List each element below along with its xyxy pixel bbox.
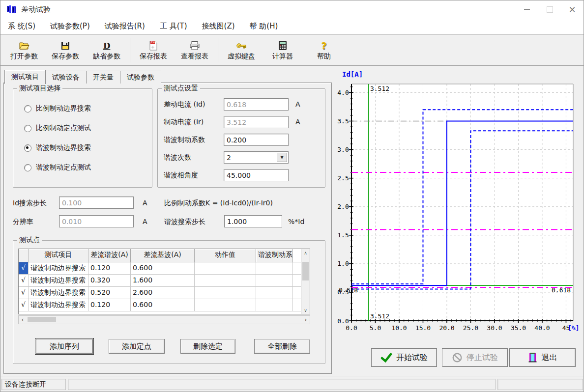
- default-params-icon: D: [103, 40, 111, 52]
- delete-all-label: 全部删除: [267, 342, 297, 351]
- chevron-down-icon[interactable]: ▼: [277, 153, 287, 162]
- restraint-current-field[interactable]: 3.512: [224, 116, 289, 128]
- cell-action-value: [195, 262, 256, 274]
- id-step-field[interactable]: 0.100: [59, 196, 134, 209]
- diff-current-label: 差动电流 (Id): [164, 100, 205, 109]
- scroll-up-icon[interactable]: ∧: [301, 249, 310, 256]
- tab-test-items[interactable]: 测试项目: [4, 70, 46, 84]
- tab-test-equipment[interactable]: 试验设备: [46, 71, 87, 84]
- cell-harmonic-current: 0.520: [88, 287, 131, 299]
- calculator-button[interactable]: 计算器: [262, 40, 303, 61]
- cell-fundamental-current: 2.600: [131, 287, 195, 299]
- resolution-unit: A: [143, 218, 147, 225]
- cell-harmonic-current: 0.320: [88, 275, 131, 286]
- table-row[interactable]: √ 谐波制动边界搜索 0.520 2.600: [19, 287, 310, 299]
- svg-text:1.0: 1.0: [337, 260, 349, 267]
- harmonic-step-field[interactable]: 1.000: [224, 215, 282, 227]
- menu-system[interactable]: 系 统(S): [0, 22, 43, 31]
- scroll-down-icon[interactable]: ∨: [301, 307, 310, 314]
- radio-label: 比例制动边界搜索: [36, 104, 91, 113]
- row-check[interactable]: √: [19, 275, 29, 286]
- cell-fundamental-current: 0.600: [131, 299, 195, 311]
- test-points-group: 测试点 测试项目 差流谐波(A) 差流基波(A) 动作值 谐波制动系 √ 谐波制…: [13, 240, 325, 364]
- header-check: [19, 249, 29, 262]
- row-check[interactable]: √: [19, 287, 29, 299]
- view-report-button[interactable]: 查看报表: [174, 40, 215, 61]
- delete-selected-button[interactable]: 删除选定: [180, 339, 235, 354]
- window-title: 差动试验: [21, 5, 51, 14]
- harmonic-coef-field[interactable]: 0.200: [224, 134, 289, 146]
- harmonic-coef-label: 谐波制动系数: [164, 136, 205, 144]
- header-harmonic-coef: 谐波制动系: [256, 249, 293, 262]
- exit-button[interactable]: 退出: [509, 348, 576, 367]
- svg-text:3.5: 3.5: [337, 117, 349, 125]
- diff-current-unit: A: [295, 100, 300, 108]
- radio-harmonic-boundary-search[interactable]: 谐波制动边界搜索: [24, 143, 91, 152]
- add-point-button[interactable]: 添加定点: [109, 339, 165, 354]
- header-fundamental-current: 差流基波(A): [131, 249, 195, 262]
- svg-text:3.0: 3.0: [337, 146, 349, 153]
- table-row[interactable]: √ 谐波制动边界搜索 0.120 0.600: [19, 262, 310, 275]
- window-controls: ×: [516, 0, 584, 18]
- default-params-label: 缺省参数: [93, 52, 120, 61]
- resolution-field[interactable]: 0.010: [59, 215, 134, 227]
- table-vertical-scrollbar[interactable]: ∧ ∨: [301, 249, 310, 314]
- toolbar: 打开参数 保存参数 D 缺省参数 EXL 保存报表 查看报表 虚拟键盘 计算器: [0, 34, 584, 66]
- harmonic-phase-field[interactable]: 45.000: [224, 169, 289, 181]
- tab-label: 开关量: [93, 73, 114, 82]
- radio-ratio-boundary-search[interactable]: 比例制动边界搜索: [24, 104, 91, 113]
- scroll-right-icon[interactable]: ›: [302, 316, 310, 323]
- scroll-left-icon[interactable]: ‹: [19, 316, 27, 323]
- table-row[interactable]: √ 谐波制动边界搜索 0.120 0.600: [19, 299, 310, 311]
- row-check[interactable]: √: [19, 299, 29, 311]
- svg-text:0.618: 0.618: [552, 286, 571, 294]
- virtual-keyboard-button[interactable]: 虚拟键盘: [221, 40, 262, 61]
- close-button[interactable]: ×: [561, 0, 584, 18]
- field-value: 0.200: [227, 136, 246, 144]
- restraint-current-unit: A: [295, 118, 300, 126]
- status-connection: 设备连接断开: [1, 379, 66, 390]
- field-value: 0.618: [227, 101, 246, 109]
- radio-ratio-point-test[interactable]: 比例制动定点测试: [24, 124, 91, 133]
- tab-label: 测试项目: [11, 73, 39, 82]
- status-cell-right: [497, 379, 583, 390]
- menu-tools[interactable]: 工 具(T): [152, 22, 195, 31]
- toolbar-separator: [130, 38, 130, 62]
- close-icon: ×: [568, 5, 576, 14]
- tab-test-params[interactable]: 试验参数: [120, 71, 161, 84]
- add-series-button[interactable]: 添加序列: [36, 339, 93, 354]
- scrollbar-thumb[interactable]: [302, 262, 309, 280]
- stop-test-label: 停止试验: [467, 353, 498, 363]
- cell-harmonic-coef: [256, 287, 293, 299]
- radio-icon: [24, 105, 31, 112]
- radio-harmonic-point-test[interactable]: 谐波制动定点测试: [24, 163, 91, 172]
- svg-text:40.0: 40.0: [534, 324, 550, 332]
- test-points-group-title: 测试点: [17, 236, 42, 245]
- maximize-button[interactable]: [538, 0, 561, 18]
- save-report-button[interactable]: EXL 保存报表: [133, 40, 174, 61]
- tab-switch-quantity[interactable]: 开关量: [87, 71, 120, 84]
- scrollbar-thumb[interactable]: [28, 317, 56, 322]
- table-horizontal-scrollbar[interactable]: ‹ ›: [18, 315, 310, 324]
- minimize-button[interactable]: [516, 0, 538, 18]
- menu-test-params[interactable]: 试验参数(P): [43, 22, 97, 31]
- harmonic-order-dropdown[interactable]: 2 ▼: [224, 151, 289, 164]
- table-row[interactable]: √ 谐波制动边界搜索 0.320 1.600: [19, 275, 310, 287]
- row-check-selected[interactable]: √: [19, 262, 29, 274]
- save-icon: [60, 40, 70, 52]
- diff-current-field[interactable]: 0.618: [224, 98, 289, 111]
- start-test-button[interactable]: 开始试验: [371, 348, 437, 367]
- open-folder-icon: [19, 40, 29, 52]
- open-params-button[interactable]: 打开参数: [3, 40, 45, 61]
- cell-action-value: [195, 287, 256, 299]
- delete-all-button[interactable]: 全部删除: [254, 339, 310, 354]
- menu-help[interactable]: 帮 助(H): [242, 22, 286, 31]
- save-params-button[interactable]: 保存参数: [45, 40, 86, 61]
- menu-test-report[interactable]: 试验报告(R): [97, 22, 152, 31]
- menu-wiring-diagram[interactable]: 接线图(Z): [195, 22, 242, 31]
- help-button[interactable]: ? 帮助: [309, 40, 339, 61]
- virtual-keyboard-icon: [236, 40, 247, 52]
- test-point-group: 测试点设置 差动电流 (Id) 0.618 A 制动电流 (Ir) 3.512 …: [157, 88, 325, 188]
- default-params-button[interactable]: D 缺省参数: [86, 40, 127, 61]
- restraint-current-label: 制动电流 (Ir): [164, 118, 204, 127]
